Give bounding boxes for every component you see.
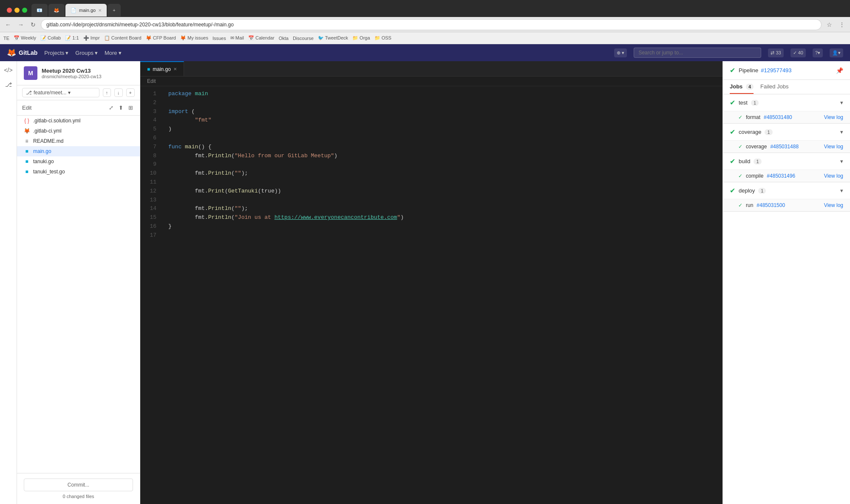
new-tab-button[interactable]: + — [108, 4, 120, 17]
groups-nav-link[interactable]: Groups ▾ — [75, 50, 98, 56]
job-name: compile — [746, 173, 763, 179]
pipeline-tab-failed[interactable]: Failed Jobs — [760, 80, 788, 94]
browser-tab-active[interactable]: 📄 main.go ✕ — [65, 4, 107, 17]
job-id-link[interactable]: #485031500 — [756, 202, 785, 208]
global-search-input[interactable] — [634, 48, 761, 58]
tab-close-icon[interactable]: ✕ — [98, 8, 102, 13]
projects-nav-link[interactable]: Projects ▾ — [44, 50, 68, 56]
stage-deploy-header[interactable]: ✔ deploy 1 ▾ — [723, 182, 850, 199]
pipeline-id-link[interactable]: #129577493 — [761, 67, 791, 74]
merge-requests-button[interactable]: ⇄ 33 — [768, 48, 783, 57]
download-button[interactable]: ↓ — [114, 88, 123, 97]
git-icon[interactable]: ⎇ — [3, 79, 14, 90]
todo-button[interactable]: ✓ 40 — [790, 48, 806, 57]
expand-icon[interactable]: ⤢ — [107, 104, 115, 112]
bookmark-content[interactable]: 📋 Content Board — [104, 35, 142, 41]
new-file-button[interactable]: + — [126, 88, 135, 97]
md-file-icon: ≡ — [24, 138, 30, 144]
url-bar[interactable] — [41, 19, 822, 30]
browser-tab[interactable]: 📧 — [31, 4, 48, 17]
bookmark-cfp[interactable]: 🦊 CFP Board — [146, 35, 176, 41]
back-button[interactable]: ← — [3, 20, 13, 29]
stage-count: 1 — [754, 159, 761, 164]
refresh-button[interactable]: ↻ — [29, 20, 37, 29]
plus-button[interactable]: ⊕ ▾ — [614, 48, 627, 57]
code-editor[interactable]: 12345 678910 1112131415 1617 package mai… — [140, 86, 722, 504]
tab-close-button[interactable]: ✕ — [173, 67, 177, 71]
branch-name: feature/meet... — [34, 90, 66, 96]
browser-toolbar: ← → ↻ ☆ ⋮ — [0, 17, 850, 32]
bookmark-impr[interactable]: ➕ Impr — [83, 35, 100, 41]
bookmark-tweetdeck[interactable]: 🐦 TweetDeck — [318, 35, 348, 41]
bookmark-weekly[interactable]: 📅 Weekly — [14, 35, 36, 41]
stage-chevron-icon: ▾ — [840, 187, 843, 194]
code-content[interactable]: package main import ( "fmt" ) func main(… — [162, 86, 722, 504]
bookmark-collab[interactable]: 📝 Collab — [40, 35, 61, 41]
bookmark-gitlab-issues[interactable]: Issues — [212, 36, 226, 41]
bookmark-button[interactable]: ☆ — [825, 20, 834, 29]
job-id-link[interactable]: #485031480 — [764, 114, 792, 120]
bookmark-mail[interactable]: ✉ Mail — [230, 35, 244, 41]
pipeline-tab-jobs[interactable]: Jobs 4 — [730, 80, 754, 94]
browser-tab[interactable]: 🦊 — [48, 4, 65, 17]
view-log-link[interactable]: View log — [824, 202, 843, 208]
forward-button[interactable]: → — [16, 20, 26, 29]
bookmark-issues[interactable]: 🦊 My issues — [180, 35, 208, 41]
gitlab-logo-text: GitLab — [19, 49, 37, 56]
stage-name: test — [739, 99, 748, 106]
merge-icon: ⇄ — [771, 50, 774, 56]
stage-coverage-header[interactable]: ✔ coverage 1 ▾ — [723, 124, 850, 140]
branch-chevron-icon: ▾ — [68, 90, 71, 96]
bookmark-orga[interactable]: 📁 Orga — [352, 35, 370, 41]
new-folder-icon[interactable]: ⊞ — [127, 104, 135, 112]
file-item[interactable]: ■ tanuki.go — [17, 156, 140, 167]
code-icon[interactable]: </> — [2, 65, 14, 76]
view-log-link[interactable]: View log — [824, 114, 843, 120]
editor-tab-main-go[interactable]: ■ main.go ✕ — [140, 61, 184, 76]
sidebar-bottom: Commit... 0 changed files — [17, 473, 140, 504]
stage-build-header[interactable]: ✔ build 1 ▾ — [723, 153, 850, 170]
stage-chevron-icon: ▾ — [840, 158, 843, 164]
help-button[interactable]: ?▾ — [813, 48, 823, 57]
bookmark-calendar[interactable]: 📅 Calendar — [248, 35, 275, 41]
groups-label: Groups — [75, 50, 94, 56]
stage-success-icon: ✔ — [730, 187, 735, 195]
go-file-icon: ■ — [24, 148, 30, 154]
bookmark-oss[interactable]: 📁 OSS — [374, 35, 391, 41]
bookmark-discourse[interactable]: Discourse — [293, 36, 314, 41]
stage-test-header[interactable]: ✔ test 1 ▾ — [723, 94, 850, 111]
menu-button[interactable]: ⋮ — [837, 20, 847, 29]
pipeline-expand-button[interactable]: 📌 — [836, 67, 843, 74]
bookmarks-bar: TE 📅 Weekly 📝 Collab 📝 1:1 ➕ Impr 📋 Cont… — [0, 32, 850, 44]
file-item-active[interactable]: ■ main.go — [17, 146, 140, 156]
commit-button[interactable]: Commit... — [24, 479, 133, 491]
branch-selector[interactable]: ⎇ feature/meet... ▾ — [22, 88, 99, 97]
view-log-link[interactable]: View log — [824, 144, 843, 150]
file-item[interactable]: ≡ README.md — [17, 136, 140, 146]
file-item[interactable]: { } .gitlab-ci.solution.yml — [17, 116, 140, 126]
job-item: ✓ format #485031480 View log — [723, 111, 850, 123]
project-info: Meetup 2020 Cw13 dnsmichi/meetup-2020-cw… — [42, 68, 133, 79]
close-dot[interactable] — [7, 8, 12, 13]
upload-file-icon[interactable]: ⬆ — [117, 104, 125, 112]
bookmark-te[interactable]: TE — [3, 36, 9, 41]
maximize-dot[interactable] — [22, 8, 27, 13]
file-item[interactable]: ■ tanuki_test.go — [17, 167, 140, 177]
bookmark-okta[interactable]: Okta — [279, 36, 289, 41]
stage-success-icon: ✔ — [730, 157, 735, 165]
tab-file-icon: ■ — [147, 66, 150, 72]
upload-button[interactable]: ↑ — [103, 88, 111, 97]
main-container: </> ⎇ M Meetup 2020 Cw13 dnsmichi/meetup… — [0, 61, 850, 504]
projects-chevron-icon: ▾ — [65, 50, 68, 56]
bookmark-11[interactable]: 📝 1:1 — [65, 35, 79, 41]
minimize-dot[interactable] — [14, 8, 20, 13]
file-item[interactable]: 🦊 .gitlab-ci.yml — [17, 126, 140, 136]
more-label: More — [105, 50, 117, 56]
view-log-link[interactable]: View log — [824, 173, 843, 179]
gitlab-logo[interactable]: 🦊 GitLab — [7, 48, 37, 57]
job-id-link[interactable]: #485031496 — [767, 173, 795, 179]
file-name: main.go — [33, 148, 51, 154]
user-button[interactable]: 👤▾ — [830, 48, 843, 57]
more-nav-link[interactable]: More ▾ — [105, 50, 122, 56]
job-id-link[interactable]: #485031488 — [770, 144, 799, 150]
